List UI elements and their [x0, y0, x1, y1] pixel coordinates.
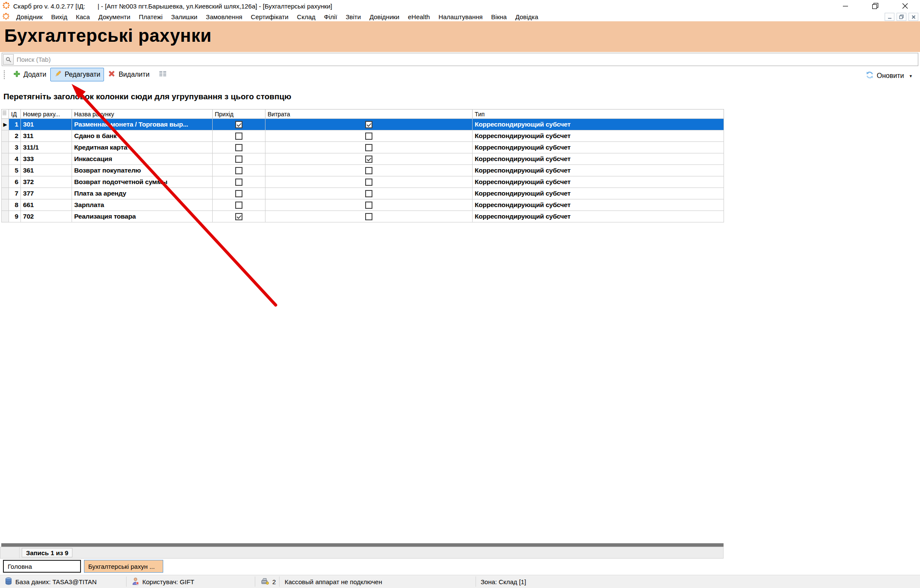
expense-checkbox[interactable]	[365, 156, 372, 163]
expense-checkbox[interactable]	[365, 179, 372, 186]
add-button[interactable]: Додати	[9, 68, 50, 81]
cell-expense	[265, 153, 473, 165]
income-checkbox[interactable]	[235, 121, 242, 128]
column-chooser-icon[interactable]	[2, 110, 9, 119]
menu-item-15[interactable]: Довідка	[511, 13, 542, 21]
mdi-close-button[interactable]	[908, 13, 918, 21]
income-checkbox[interactable]	[235, 144, 242, 151]
delete-button[interactable]: Видалити	[104, 68, 153, 81]
menu-item-3[interactable]: Документи	[94, 13, 135, 21]
toolbar-grip[interactable]	[3, 70, 6, 79]
expense-checkbox[interactable]	[365, 202, 372, 209]
income-checkbox[interactable]	[235, 179, 242, 186]
expense-checkbox[interactable]	[365, 190, 372, 197]
cell-id: 5	[9, 165, 21, 176]
income-checkbox[interactable]	[235, 156, 242, 163]
cell-name: Зарплата	[72, 199, 213, 211]
expense-checkbox[interactable]	[365, 144, 372, 151]
restore-button[interactable]	[860, 0, 890, 12]
cell-income	[213, 119, 265, 130]
cell-expense	[265, 165, 473, 176]
cell-name: Реализация товара	[72, 211, 213, 222]
cell-number: 333	[21, 153, 72, 165]
horizontal-scrollbar[interactable]	[1, 543, 724, 547]
table-row[interactable]: 2311Сдано в банкКорреспондирующий субсче…	[2, 130, 724, 142]
menu-item-1[interactable]: Вихід	[47, 13, 72, 21]
expense-checkbox[interactable]	[365, 121, 372, 128]
row-indicator	[2, 199, 9, 211]
expense-checkbox[interactable]	[365, 213, 372, 220]
cell-number: 661	[21, 199, 72, 211]
menu-item-11[interactable]: Довідники	[365, 13, 404, 21]
table-row[interactable]: 4333ИнкассацияКорреспондирующий субсчет	[2, 153, 724, 165]
edit-button-label: Редагувати	[65, 71, 101, 78]
cell-type: Корреспондирующий субсчет	[473, 211, 724, 222]
cell-income	[213, 199, 265, 211]
income-checkbox[interactable]	[235, 167, 242, 174]
menubar: ДовідникВихідКасаДокументиПлатежіЗалишки…	[0, 12, 920, 21]
table-row[interactable]: 8661ЗарплатаКорреспондирующий субсчет	[2, 199, 724, 211]
column-header-type[interactable]: Тип	[473, 110, 724, 119]
column-header-id[interactable]: ІД	[9, 110, 21, 119]
menu-item-4[interactable]: Платежі	[135, 13, 167, 21]
table-row[interactable]: 6372Возврат подотчетной суммыКорреспонди…	[2, 176, 724, 188]
group-by-hint: Перетягніть заголовок колонки сюди для у…	[3, 92, 291, 101]
row-indicator: ▶	[2, 119, 9, 130]
cell-type: Корреспондирующий субсчет	[473, 176, 724, 188]
menu-item-0[interactable]: Довідник	[12, 13, 47, 21]
income-checkbox[interactable]	[235, 133, 242, 140]
column-header-name[interactable]: Назва рахунку	[72, 110, 213, 119]
menu-item-2[interactable]: Каса	[72, 13, 94, 21]
menu-item-6[interactable]: Замовлення	[202, 13, 246, 21]
table-row[interactable]: 9702Реализация товараКорреспондирующий с…	[2, 211, 724, 222]
edit-button[interactable]: Редагувати	[50, 68, 104, 81]
accounts-table: ІД Номер раху... Назва рахунку Прихід Ви…	[1, 109, 724, 222]
income-checkbox[interactable]	[235, 202, 242, 209]
tab-label: Головна	[8, 563, 32, 570]
table-row[interactable]: 3311/1Кредитная картаКорреспондирующий с…	[2, 142, 724, 153]
minimize-button[interactable]	[831, 0, 860, 12]
expense-checkbox[interactable]	[365, 167, 372, 174]
cell-type: Корреспондирующий субсчет	[473, 165, 724, 176]
income-checkbox[interactable]	[235, 190, 242, 197]
pencil-icon	[54, 70, 62, 79]
refresh-button[interactable]: Оновити ▾	[862, 69, 916, 83]
mdi-minimize-button[interactable]	[885, 13, 894, 21]
table-row[interactable]: ▶1301Разменная монета / Торговая выр...К…	[2, 119, 724, 130]
cell-type: Корреспондирующий субсчет	[473, 130, 724, 142]
mdi-restore-button[interactable]	[897, 13, 906, 21]
refresh-dropdown-caret[interactable]: ▾	[909, 73, 912, 79]
menu-item-9[interactable]: Філії	[320, 13, 341, 21]
cell-name: Разменная монета / Торговая выр...	[72, 119, 213, 130]
menu-item-10[interactable]: Звіти	[341, 13, 365, 21]
row-indicator	[2, 211, 9, 222]
column-header-income[interactable]: Прихід	[213, 110, 265, 119]
window-tabs-row: Головна Бухгалтерські рахун ...	[0, 559, 920, 574]
table-row[interactable]: 5361Возврат покупателюКорреспондирующий …	[2, 165, 724, 176]
menu-item-13[interactable]: Налаштування	[434, 13, 487, 21]
row-indicator	[2, 188, 9, 199]
tab-golovna[interactable]: Головна	[3, 560, 81, 573]
cell-type: Корреспондирующий субсчет	[473, 199, 724, 211]
menu-item-8[interactable]: Склад	[293, 13, 320, 21]
menu-item-7[interactable]: Сертифікати	[247, 13, 293, 21]
cell-number: 372	[21, 176, 72, 188]
columns-icon[interactable]	[159, 70, 167, 79]
income-checkbox[interactable]	[235, 213, 242, 220]
close-button[interactable]	[890, 0, 920, 12]
cell-expense	[265, 188, 473, 199]
menu-item-12[interactable]: eHealth	[404, 13, 434, 21]
plus-icon	[13, 70, 20, 79]
expense-checkbox[interactable]	[365, 133, 372, 140]
menu-item-5[interactable]: Залишки	[167, 13, 202, 21]
menu-item-14[interactable]: Вікна	[487, 13, 511, 21]
cell-id: 7	[9, 188, 21, 199]
column-header-expense[interactable]: Витрата	[265, 110, 473, 119]
tab-accounting-accounts[interactable]: Бухгалтерські рахун ...	[84, 560, 163, 573]
cell-type: Корреспондирующий субсчет	[473, 142, 724, 153]
column-header-number[interactable]: Номер раху...	[21, 110, 72, 119]
search-input[interactable]	[14, 53, 918, 66]
search-icon[interactable]	[3, 54, 14, 65]
table-row[interactable]: 7377Плата за арендуКорреспондирующий суб…	[2, 188, 724, 199]
cell-name: Кредитная карта	[72, 142, 213, 153]
